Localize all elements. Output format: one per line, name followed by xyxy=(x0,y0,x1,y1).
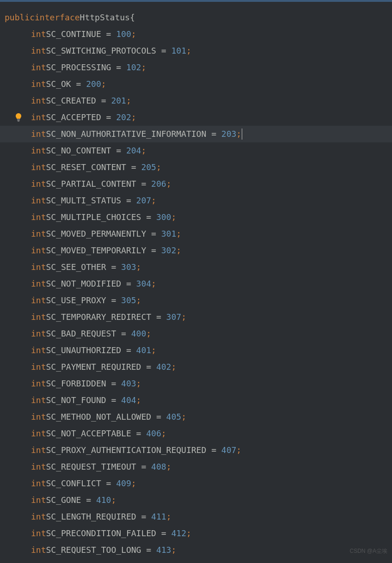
text-cursor xyxy=(242,129,242,140)
code-line[interactable]: int SC_PARTIAL_CONTENT = 206; xyxy=(0,176,392,192)
semicolon: ; xyxy=(181,309,186,325)
keyword-type: int xyxy=(31,26,46,43)
code-line[interactable]: int SC_PRECONDITION_FAILED = 412; xyxy=(0,525,392,542)
keyword-type: int xyxy=(31,259,46,275)
operator-equals: = xyxy=(121,275,136,292)
field-name: SC_BAD_REQUEST xyxy=(46,325,116,342)
field-value: 403 xyxy=(121,375,136,392)
keyword-type: int xyxy=(31,492,46,508)
field-name: SC_PRECONDITION_FAILED xyxy=(46,525,156,542)
field-name: SC_CONTINUE xyxy=(46,26,101,43)
field-value: 404 xyxy=(121,392,136,409)
keyword-type: int xyxy=(31,242,46,259)
semicolon: ; xyxy=(101,76,106,92)
operator-equals: = xyxy=(121,192,136,209)
keyword-type: int xyxy=(31,442,46,459)
field-value: 305 xyxy=(121,292,136,309)
code-line[interactable]: int SC_LENGTH_REQUIRED = 411; xyxy=(0,508,392,525)
code-line[interactable]: int SC_REQUEST_TIMEOUT = 408; xyxy=(0,459,392,475)
keyword-type: int xyxy=(31,59,46,76)
semicolon: ; xyxy=(131,475,136,492)
field-name: SC_SEE_OTHER xyxy=(46,259,106,275)
operator-equals: = xyxy=(206,442,221,459)
semicolon: ; xyxy=(141,142,146,159)
operator-equals: = xyxy=(101,475,116,492)
code-editor[interactable]: public interface HttpStatus { int SC_CON… xyxy=(0,2,392,558)
field-value: 412 xyxy=(171,525,186,542)
code-line[interactable]: int SC_SEE_OTHER = 303; xyxy=(0,259,392,275)
operator-equals: = xyxy=(101,109,116,126)
field-value: 406 xyxy=(146,425,161,442)
field-name: SC_MULTIPLE_CHOICES xyxy=(46,209,141,226)
code-line[interactable]: int SC_NOT_MODIFIED = 304; xyxy=(0,275,392,292)
code-line[interactable]: int SC_FORBIDDEN = 403; xyxy=(0,375,392,392)
field-name: SC_NOT_MODIFIED xyxy=(46,275,122,292)
code-line[interactable]: int SC_SWITCHING_PROTOCOLS = 101; xyxy=(0,43,392,59)
code-line[interactable]: int SC_MOVED_PERMANENTLY = 301; xyxy=(0,226,392,242)
operator-equals: = xyxy=(151,309,166,325)
keyword-type: int xyxy=(31,209,46,226)
code-line[interactable]: int SC_GONE = 410; xyxy=(0,492,392,508)
declaration-line[interactable]: public interface HttpStatus { xyxy=(0,9,392,26)
field-name: SC_SWITCHING_PROTOCOLS xyxy=(46,43,156,59)
field-value: 400 xyxy=(131,325,147,342)
code-line[interactable]: int SC_REQUEST_TOO_LONG = 413; xyxy=(0,542,392,558)
code-line[interactable]: int SC_NOT_ACCEPTABLE = 406; xyxy=(0,425,392,442)
field-value: 100 xyxy=(116,26,131,43)
code-line[interactable]: int SC_PROCESSING = 102; xyxy=(0,59,392,76)
field-name: SC_NON_AUTHORITATIVE_INFORMATION xyxy=(46,126,207,142)
code-line[interactable]: int SC_TEMPORARY_REDIRECT = 307; xyxy=(0,309,392,325)
watermark-text: CSDN @A尘埃 xyxy=(349,543,387,559)
code-line[interactable]: int SC_CREATED = 201; xyxy=(0,92,392,109)
operator-equals: = xyxy=(206,126,221,142)
keyword-type: int xyxy=(31,425,46,442)
field-name: SC_FORBIDDEN xyxy=(46,375,106,392)
code-line[interactable]: int SC_NO_CONTENT = 204; xyxy=(0,142,392,159)
field-name: SC_LENGTH_REQUIRED xyxy=(46,508,136,525)
keyword-type: int xyxy=(31,226,46,242)
semicolon: ; xyxy=(156,159,161,176)
field-value: 401 xyxy=(136,342,152,359)
keyword-type: int xyxy=(31,275,46,292)
field-name: SC_CONFLICT xyxy=(46,475,101,492)
code-line[interactable]: int SC_USE_PROXY = 305; xyxy=(0,292,392,309)
code-line[interactable]: int SC_CONTINUE = 100; xyxy=(0,26,392,43)
field-name: SC_MOVED_TEMPORARILY xyxy=(46,242,147,259)
code-line[interactable]: int SC_MULTIPLE_CHOICES = 300; xyxy=(0,209,392,226)
code-line[interactable]: int SC_BAD_REQUEST = 400; xyxy=(0,325,392,342)
operator-equals: = xyxy=(106,259,122,275)
operator-equals: = xyxy=(141,359,156,375)
semicolon: ; xyxy=(186,43,191,59)
keyword-type: int xyxy=(31,409,46,425)
operator-equals: = xyxy=(106,392,122,409)
field-value: 405 xyxy=(166,409,182,425)
code-line[interactable]: int SC_UNAUTHORIZED = 401; xyxy=(0,342,392,359)
semicolon: ; xyxy=(111,492,116,508)
code-line[interactable]: int SC_CONFLICT = 409; xyxy=(0,475,392,492)
field-value: 203 xyxy=(221,126,237,142)
code-line[interactable]: int SC_PROXY_AUTHENTICATION_REQUIRED = 4… xyxy=(0,442,392,459)
code-line[interactable]: int SC_METHOD_NOT_ALLOWED = 405; xyxy=(0,409,392,425)
field-value: 411 xyxy=(151,508,166,525)
intention-bulb[interactable] xyxy=(13,113,24,122)
code-line[interactable]: int SC_NON_AUTHORITATIVE_INFORMATION = 2… xyxy=(0,126,392,142)
field-name: SC_METHOD_NOT_ALLOWED xyxy=(46,409,152,425)
field-name: SC_CREATED xyxy=(46,92,96,109)
code-line[interactable]: int SC_RESET_CONTENT = 205; xyxy=(0,159,392,176)
code-line[interactable]: int SC_ACCEPTED = 202; xyxy=(0,109,392,126)
keyword-type: int xyxy=(31,142,46,159)
code-line[interactable]: int SC_MOVED_TEMPORARILY = 302; xyxy=(0,242,392,259)
code-line[interactable]: int SC_PAYMENT_REQUIRED = 402; xyxy=(0,359,392,375)
code-line[interactable]: int SC_NOT_FOUND = 404; xyxy=(0,392,392,409)
code-line[interactable]: int SC_MULTI_STATUS = 207; xyxy=(0,192,392,209)
semicolon: ; xyxy=(166,508,172,525)
operator-equals: = xyxy=(146,242,161,259)
semicolon: ; xyxy=(176,242,181,259)
field-value: 409 xyxy=(116,475,131,492)
field-value: 413 xyxy=(156,542,172,558)
field-value: 410 xyxy=(96,492,111,508)
semicolon: ; xyxy=(176,226,181,242)
svg-rect-1 xyxy=(18,120,20,121)
code-line[interactable]: int SC_OK = 200; xyxy=(0,76,392,92)
field-value: 300 xyxy=(156,209,172,226)
